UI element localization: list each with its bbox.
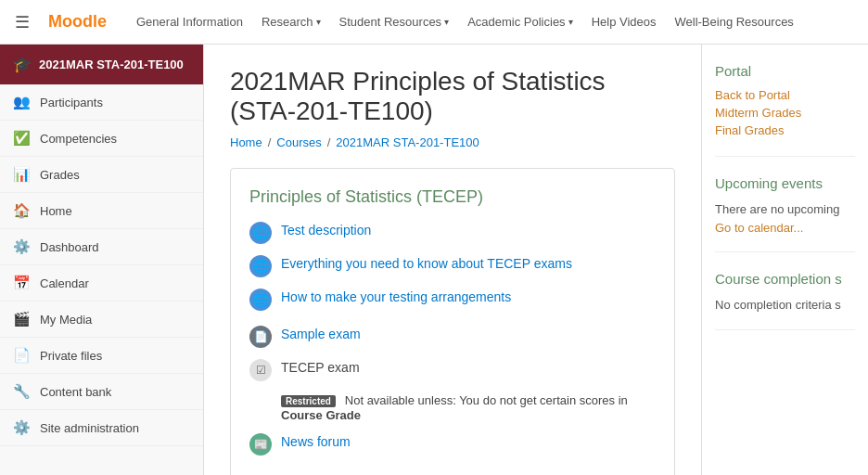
dashboard-label: Dashboard [40, 240, 99, 254]
nav-wellbeing[interactable]: Well-Being Resources [668, 11, 801, 32]
breadcrumb-courses[interactable]: Courses [276, 135, 321, 149]
breadcrumb-sep1: / [268, 135, 272, 149]
layout: 🎓 2021MAR STA-201-TE100 👥 Participants ✅… [0, 45, 868, 475]
grades-label: Grades [40, 168, 80, 182]
hamburger-menu[interactable]: ☰ [11, 8, 33, 36]
grades-icon: 📊 [13, 166, 31, 183]
test-description-link[interactable]: Test description [281, 222, 371, 240]
midterm-grades-link[interactable]: Midterm Grades [715, 106, 855, 120]
activity-restricted: Restricted Not available unless: You do … [249, 392, 656, 422]
principles-section: Principles of Statistics (TECEP) 🌐 Test … [230, 168, 675, 475]
site-admin-label: Site administration [40, 421, 139, 435]
sidebar-item-my-media[interactable]: 🎬 My Media [0, 302, 203, 338]
my-media-label: My Media [40, 313, 92, 327]
sidebar-item-competencies[interactable]: ✅ Competencies [0, 121, 203, 157]
breadcrumb-course[interactable]: 2021MAR STA-201-TE100 [336, 135, 479, 149]
completion-text: No completion criteria s [715, 296, 855, 315]
academic-policies-chevron: ▾ [568, 17, 573, 27]
portal-title: Portal [715, 63, 855, 79]
everything-link[interactable]: Everything you need to know about TECEP … [281, 255, 572, 274]
course-completion-title: Course completion s [715, 271, 855, 287]
upcoming-events-widget: Upcoming events There are no upcoming Go… [715, 175, 855, 252]
sample-exam-link[interactable]: Sample exam [281, 326, 361, 344]
main-content: 2021MAR Principles of Statistics (STA-20… [204, 45, 701, 475]
nav-research[interactable]: Research ▾ [254, 11, 328, 32]
news-forum-link[interactable]: News forum [281, 433, 351, 452]
competencies-label: Competencies [40, 132, 117, 146]
sidebar-item-participants[interactable]: 👥 Participants [0, 84, 203, 121]
back-to-portal-link[interactable]: Back to Portal [715, 88, 855, 102]
sidebar-active-label: 2021MAR STA-201-TE100 [39, 58, 184, 71]
sidebar-item-private-files[interactable]: 📄 Private files [0, 338, 203, 374]
activity-test-desc: 🌐 Test description [249, 222, 656, 244]
my-media-icon: 🎬 [13, 311, 31, 327]
nav-student-resources[interactable]: Student Resources ▾ [332, 11, 457, 32]
dashboard-icon: ⚙️ [13, 238, 31, 255]
nav-help-videos[interactable]: Help Videos [584, 11, 664, 32]
sidebar-item-grades[interactable]: 📊 Grades [0, 157, 203, 193]
globe-icon-1: 🌐 [249, 222, 272, 244]
student-resources-chevron: ▾ [444, 17, 449, 27]
section-title: Principles of Statistics (TECEP) [249, 187, 656, 207]
sidebar-item-content-bank[interactable]: 🔧 Content bank [0, 374, 203, 410]
globe-icon-2: 🌐 [249, 255, 272, 277]
competencies-icon: ✅ [13, 130, 31, 147]
activity-sample-exam: 📄 Sample exam [249, 326, 656, 348]
testing-arrangements-link[interactable]: How to make your testing arrangements [281, 289, 511, 307]
content-bank-label: Content bank [40, 385, 111, 399]
sidebar: 🎓 2021MAR STA-201-TE100 👥 Participants ✅… [0, 45, 204, 475]
activity-testing: 🌐 How to make your testing arrangements [249, 289, 656, 311]
home-icon: 🏠 [13, 202, 31, 219]
right-sidebar: Portal Back to Portal Midterm Grades Fin… [701, 45, 868, 475]
restricted-bold: Course Grade [281, 408, 361, 422]
final-grades-link[interactable]: Final Grades [715, 123, 855, 137]
sidebar-item-home[interactable]: 🏠 Home [0, 193, 203, 229]
nav-links: General Information Research ▾ Student R… [129, 11, 857, 32]
tecep-exam-text: TECEP exam [281, 359, 360, 378]
upcoming-events-text: There are no upcoming Go to calendar... [715, 200, 855, 237]
activity-news-forum: 📰 News forum [249, 433, 656, 456]
sidebar-active-course[interactable]: 🎓 2021MAR STA-201-TE100 [0, 45, 203, 84]
breadcrumb: Home / Courses / 2021MAR STA-201-TE100 [230, 135, 675, 149]
activity-everything: 🌐 Everything you need to know about TECE… [249, 255, 656, 277]
breadcrumb-home[interactable]: Home [230, 135, 262, 149]
moodle-logo: Moodle [48, 12, 107, 32]
portal-widget: Portal Back to Portal Midterm Grades Fin… [715, 63, 855, 157]
calendar-icon: 📅 [13, 275, 31, 291]
site-admin-icon: ⚙️ [13, 419, 31, 436]
check-icon: ☑ [249, 359, 272, 381]
sidebar-item-site-admin[interactable]: ⚙️ Site administration [0, 410, 203, 446]
go-to-calendar-link[interactable]: Go to calendar... [715, 221, 803, 235]
page-title: 2021MAR Principles of Statistics (STA-20… [230, 67, 675, 126]
top-nav: ☰ Moodle General Information Research ▾ … [0, 0, 868, 45]
breadcrumb-sep2: / [327, 135, 331, 149]
sidebar-item-dashboard[interactable]: ⚙️ Dashboard [0, 229, 203, 265]
research-chevron: ▾ [316, 17, 321, 27]
upcoming-events-title: Upcoming events [715, 175, 855, 191]
home-label: Home [40, 204, 72, 218]
course-icon: 🎓 [13, 56, 32, 73]
calendar-label: Calendar [40, 276, 89, 290]
restricted-info: Restricted Not available unless: You do … [281, 392, 656, 422]
globe-icon-3: 🌐 [249, 289, 272, 311]
participants-label: Participants [40, 96, 103, 109]
participants-icon: 👥 [13, 94, 31, 110]
sidebar-item-calendar[interactable]: 📅 Calendar [0, 265, 203, 302]
nav-academic-policies[interactable]: Academic Policies ▾ [460, 11, 581, 32]
activity-tecep-exam: ☑ TECEP exam [249, 359, 656, 381]
private-files-label: Private files [40, 349, 102, 363]
private-files-icon: 📄 [13, 347, 31, 364]
nav-general-information[interactable]: General Information [129, 11, 250, 32]
course-completion-widget: Course completion s No completion criter… [715, 271, 855, 330]
news-icon: 📰 [249, 433, 272, 456]
doc-icon: 📄 [249, 326, 272, 348]
restricted-badge: Restricted [281, 395, 336, 407]
content-bank-icon: 🔧 [13, 383, 31, 400]
